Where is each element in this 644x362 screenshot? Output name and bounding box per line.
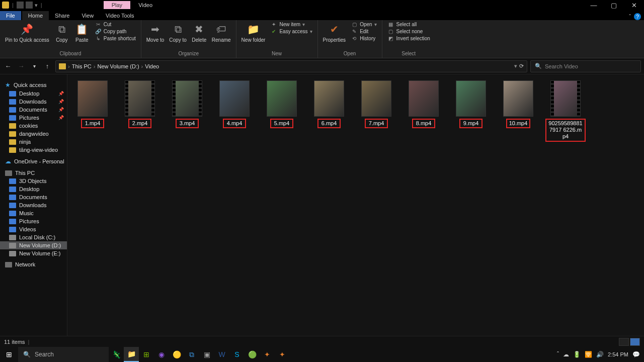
tray-cloud-icon[interactable]: ☁ bbox=[563, 351, 569, 358]
chevron-down-icon[interactable]: ▾ bbox=[514, 63, 517, 69]
address-bar[interactable]: › This PC › New Volume (D:) › Video ▾ ⟳ bbox=[55, 60, 527, 72]
tab-file[interactable]: File bbox=[0, 11, 21, 20]
new-folder-button[interactable]: 📁New folder bbox=[239, 21, 268, 44]
sidebar-item-downloads2[interactable]: Downloads bbox=[0, 201, 67, 209]
start-button[interactable]: ⊞ bbox=[0, 347, 18, 362]
sidebar-item-local-c[interactable]: Local Disk (C:) bbox=[0, 233, 67, 241]
open-button[interactable]: ▢Open▾ bbox=[349, 21, 378, 28]
rename-button[interactable]: 🏷Rename bbox=[210, 21, 233, 44]
select-none-button[interactable]: ▢Select none bbox=[385, 28, 432, 35]
help-icon[interactable]: ? bbox=[634, 13, 641, 20]
task-word-icon[interactable]: W bbox=[214, 347, 229, 362]
tray-chevron-icon[interactable]: ˆ bbox=[557, 351, 559, 358]
sidebar-item-tang-view[interactable]: tăng-view-video bbox=[0, 146, 67, 154]
task-firefox-icon[interactable]: ◉ bbox=[154, 347, 169, 362]
tray-volume-icon[interactable]: 🔊 bbox=[596, 351, 604, 358]
tab-view[interactable]: View bbox=[75, 11, 100, 20]
file-view[interactable]: 1.mp42.mp43.mp44.mp45.mp46.mp47.mp48.mp4… bbox=[67, 74, 644, 336]
sidebar-item-this-pc[interactable]: This PC bbox=[0, 169, 67, 177]
delete-button[interactable]: ✖Delete bbox=[190, 21, 209, 44]
chevron-down-icon[interactable]: ▾ bbox=[35, 2, 38, 9]
copy-path-button[interactable]: 🔗Copy path bbox=[93, 28, 138, 35]
tray-battery-icon[interactable]: 🔋 bbox=[573, 351, 581, 358]
move-to-button[interactable]: ➡Move to bbox=[144, 21, 167, 44]
context-tab-play[interactable]: Play bbox=[104, 1, 130, 9]
sidebar-item-volume-d[interactable]: New Volume (D:) bbox=[0, 241, 67, 249]
qat-item-icon[interactable] bbox=[26, 2, 33, 9]
file-item[interactable]: 2.mp4 bbox=[120, 80, 160, 142]
cut-button[interactable]: ✂Cut bbox=[93, 21, 138, 28]
file-item[interactable]: 4.mp4 bbox=[214, 80, 255, 142]
task-app2-icon[interactable]: ✦ bbox=[260, 347, 275, 362]
sidebar-item-cookies[interactable]: cookies bbox=[0, 122, 67, 130]
paste-shortcut-button[interactable]: ↳Paste shortcut bbox=[93, 35, 138, 42]
up-button[interactable]: ↑ bbox=[42, 61, 52, 71]
sidebar-item-pictures2[interactable]: Pictures bbox=[0, 217, 67, 225]
paste-button[interactable]: 📋 Paste bbox=[72, 21, 92, 44]
sidebar-item-onedrive[interactable]: ☁OneDrive - Personal bbox=[0, 157, 67, 166]
file-item[interactable]: 5.mp4 bbox=[262, 80, 302, 142]
copy-to-button[interactable]: ⧉Copy to bbox=[167, 21, 188, 44]
sidebar-item-network[interactable]: Network bbox=[0, 260, 67, 268]
sidebar-item-desktop[interactable]: Desktop📌 bbox=[0, 89, 67, 98]
tab-home[interactable]: Home bbox=[22, 11, 49, 20]
sidebar-item-volume-e[interactable]: New Volume (E:) bbox=[0, 249, 67, 257]
task-skype-icon[interactable]: S bbox=[229, 347, 245, 362]
sidebar-item-desktop2[interactable]: Desktop bbox=[0, 185, 67, 193]
forward-button[interactable]: → bbox=[16, 61, 26, 71]
task-app-icon[interactable]: 🦎 bbox=[109, 347, 124, 362]
sidebar-item-music[interactable]: Music bbox=[0, 209, 67, 217]
sidebar-item-3d-objects[interactable]: 3D Objects bbox=[0, 177, 67, 185]
task-chrome-icon[interactable]: 🟡 bbox=[169, 347, 184, 362]
breadcrumb-drive[interactable]: New Volume (D:) bbox=[97, 63, 139, 69]
qat-item-icon[interactable] bbox=[17, 2, 24, 9]
task-store-icon[interactable]: ⊞ bbox=[139, 347, 154, 362]
breadcrumb-folder[interactable]: Video bbox=[145, 63, 159, 69]
sidebar-item-videos[interactable]: Videos bbox=[0, 225, 67, 233]
copy-button[interactable]: ⧉ Copy bbox=[52, 21, 71, 44]
search-box[interactable]: 🔍 Search Video bbox=[530, 60, 641, 72]
tab-video-tools[interactable]: Video Tools bbox=[100, 11, 140, 20]
sidebar-item-downloads[interactable]: Downloads📌 bbox=[0, 98, 67, 106]
breadcrumb-this-pc[interactable]: This PC bbox=[72, 63, 92, 69]
file-item[interactable]: 902595898817917 6226.mp4 bbox=[545, 80, 586, 142]
tray-notifications-icon[interactable]: 💬 bbox=[632, 351, 640, 358]
task-app3-icon[interactable]: ✦ bbox=[275, 347, 290, 362]
file-item[interactable]: 7.mp4 bbox=[356, 80, 396, 142]
new-item-button[interactable]: ✦New item▾ bbox=[268, 21, 314, 28]
large-icons-view-button[interactable] bbox=[630, 338, 640, 346]
task-terminal-icon[interactable]: ▣ bbox=[199, 347, 214, 362]
sidebar-item-pictures[interactable]: Pictures📌 bbox=[0, 114, 67, 122]
sidebar-item-quick-access[interactable]: ★Quick access bbox=[0, 80, 67, 89]
edit-button[interactable]: ✎Edit bbox=[349, 28, 378, 35]
collapse-ribbon-icon[interactable]: ˆ bbox=[629, 14, 631, 20]
invert-selection-button[interactable]: ◩Invert selection bbox=[385, 35, 432, 42]
task-file-explorer-icon[interactable]: 📁 bbox=[124, 347, 139, 362]
details-view-button[interactable] bbox=[619, 338, 629, 346]
tray-clock[interactable]: 2:54 PM bbox=[608, 351, 628, 357]
file-item[interactable]: 3.mp4 bbox=[167, 80, 207, 142]
tray-wifi-icon[interactable]: 🛜 bbox=[585, 351, 592, 358]
file-item[interactable]: 6.mp4 bbox=[309, 80, 349, 142]
task-chrome2-icon[interactable]: 🟢 bbox=[245, 347, 260, 362]
file-item[interactable]: 9.mp4 bbox=[451, 80, 491, 142]
file-item[interactable]: 8.mp4 bbox=[404, 80, 444, 142]
easy-access-button[interactable]: ✔Easy access▾ bbox=[268, 28, 314, 35]
sidebar-item-documents2[interactable]: Documents bbox=[0, 193, 67, 201]
tab-share[interactable]: Share bbox=[49, 11, 75, 20]
sidebar-item-dangwvideo[interactable]: dangwvideo bbox=[0, 130, 67, 138]
properties-button[interactable]: ✔Properties bbox=[321, 21, 348, 44]
select-all-button[interactable]: ▦Select all bbox=[385, 21, 432, 28]
history-button[interactable]: ⟲History bbox=[349, 35, 378, 42]
file-item[interactable]: 10.mp4 bbox=[498, 80, 538, 142]
back-button[interactable]: ← bbox=[3, 61, 13, 71]
task-vscode-icon[interactable]: ⧉ bbox=[184, 347, 199, 362]
minimize-button[interactable]: — bbox=[584, 0, 604, 10]
refresh-icon[interactable]: ⟳ bbox=[519, 63, 524, 69]
close-button[interactable]: ✕ bbox=[624, 0, 644, 10]
sidebar-item-ninja[interactable]: ninja bbox=[0, 138, 67, 146]
pin-quick-access-button[interactable]: 📌 Pin to Quick access bbox=[3, 21, 51, 44]
sidebar-item-documents[interactable]: Documents📌 bbox=[0, 106, 67, 114]
file-item[interactable]: 1.mp4 bbox=[72, 80, 113, 142]
recent-locations-button[interactable]: ▾ bbox=[29, 61, 39, 71]
